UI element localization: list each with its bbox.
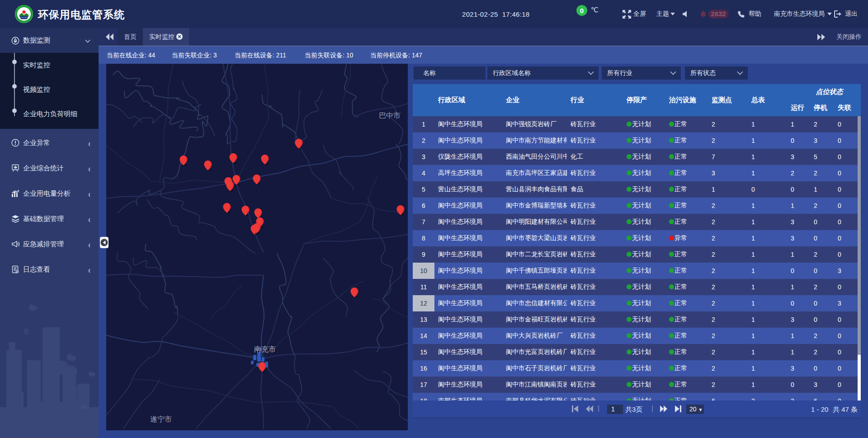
svg-text:南充市: 南充市 bbox=[254, 345, 276, 353]
svg-text:遂宁市: 遂宁市 bbox=[150, 415, 172, 423]
svg-text:巴中市: 巴中市 bbox=[379, 112, 401, 119]
